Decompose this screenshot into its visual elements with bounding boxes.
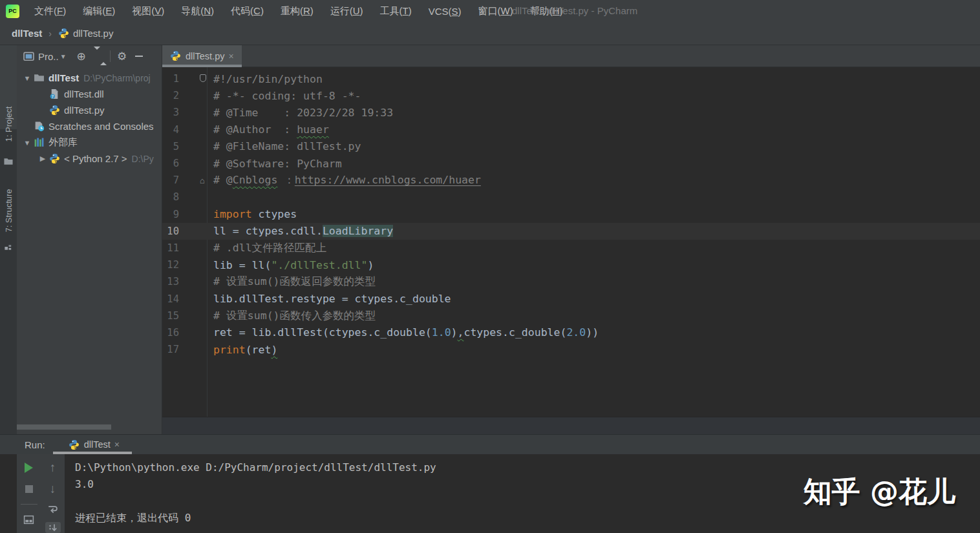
line-number[interactable]: 2 bbox=[162, 90, 179, 101]
code-token: , bbox=[458, 326, 464, 339]
down-stack-trace-button[interactable]: ↓ bbox=[45, 482, 61, 496]
code-token: Cnblogs bbox=[233, 174, 278, 186]
line-number[interactable]: 14 bbox=[162, 293, 179, 305]
line-number[interactable]: 10 bbox=[162, 225, 179, 237]
code-text: lib.dllTest.restype = ctypes.c_double bbox=[179, 293, 451, 305]
rerun-button[interactable] bbox=[21, 461, 37, 475]
menu-item[interactable]: 代码(C) bbox=[224, 2, 271, 21]
main-area: 1: Project 7: Structure Pro.. ▼ ⊕ ⚙ ▼dll… bbox=[0, 45, 980, 434]
scroll-to-end-icon bbox=[48, 523, 58, 533]
code-lines: 1#!/usr/bin/python2# -*- coding: utf-8 -… bbox=[162, 70, 980, 358]
code-token: #!/usr/bin/python bbox=[213, 73, 323, 85]
tree-item-dlltest[interactable]: ▼dllTestD:\PyCharm\proj bbox=[17, 70, 162, 86]
locate-file-icon[interactable]: ⊕ bbox=[73, 50, 90, 63]
code-line[interactable]: 1#!/usr/bin/python bbox=[162, 70, 980, 87]
breadcrumb-project[interactable]: dllTest bbox=[12, 28, 42, 39]
tree-item-scratches-and-consoles[interactable]: Scratches and Consoles bbox=[17, 118, 162, 134]
tool-button-structure[interactable]: 7: Structure bbox=[4, 189, 14, 232]
close-icon[interactable]: × bbox=[113, 439, 121, 450]
window-title: dllTest - dllTest.py - PyCharm bbox=[512, 5, 637, 16]
line-number[interactable]: 3 bbox=[162, 107, 179, 118]
restore-layout-button[interactable] bbox=[21, 512, 37, 527]
tree-item--[interactable]: ▼外部库 bbox=[17, 134, 162, 151]
line-number[interactable]: 1 bbox=[162, 73, 179, 85]
menu-item[interactable]: 编辑(E) bbox=[76, 2, 122, 21]
code-line[interactable]: 6# @Software: PyCharm bbox=[162, 155, 980, 172]
python-file-icon bbox=[170, 50, 181, 61]
editor-bottom-strip bbox=[162, 417, 980, 434]
code-line[interactable]: 5# @FileName: dllTest.py bbox=[162, 138, 980, 155]
menu-item[interactable]: 工具(T) bbox=[373, 2, 419, 21]
breadcrumb-file[interactable]: dllTest.py bbox=[73, 28, 114, 39]
code-line[interactable]: 2# -*- coding: utf-8 -*- bbox=[162, 87, 980, 104]
tree-item-dlltest-dll[interactable]: ?dllTest.dll bbox=[17, 86, 162, 102]
tree-item-label: dllTest.dll bbox=[64, 89, 104, 99]
code-token: ) bbox=[451, 326, 458, 339]
line-number[interactable]: 15 bbox=[162, 310, 179, 322]
code-line[interactable]: 9import ctypes bbox=[162, 206, 980, 223]
project-view-icon[interactable] bbox=[23, 51, 34, 62]
menu-item[interactable]: VCS(S) bbox=[421, 3, 469, 20]
line-number[interactable]: 12 bbox=[162, 259, 179, 271]
code-editor[interactable]: 1#!/usr/bin/python2# -*- coding: utf-8 -… bbox=[162, 67, 980, 434]
toolbar-divider bbox=[110, 50, 111, 62]
line-number[interactable]: 8 bbox=[162, 191, 179, 203]
menu-item[interactable]: 导航(N) bbox=[174, 2, 221, 21]
tool-button-project[interactable]: 1: Project bbox=[4, 107, 14, 142]
gear-icon[interactable]: ⚙ bbox=[114, 50, 131, 63]
run-toolbar-col-2: ↑ ↓ bbox=[41, 461, 65, 533]
code-line[interactable]: 17print(ret) bbox=[162, 341, 980, 358]
title-bar: PC 文件(F)编辑(E)视图(V)导航(N)代码(C)重构(R)运行(U)工具… bbox=[0, 0, 980, 22]
line-number[interactable]: 16 bbox=[162, 327, 179, 339]
code-line[interactable]: 8 bbox=[162, 189, 980, 205]
structure-icon bbox=[4, 242, 14, 252]
tree-item-dlltest-py[interactable]: dllTest.py bbox=[17, 102, 162, 118]
line-number[interactable]: 5 bbox=[162, 141, 179, 152]
tree-item--python-2-7-[interactable]: ▶< Python 2.7 >D:\Py bbox=[17, 151, 162, 167]
menu-item[interactable]: 运行(U) bbox=[323, 2, 370, 21]
code-line[interactable]: 4# @Author : huaer bbox=[162, 121, 980, 138]
stop-button[interactable] bbox=[21, 482, 37, 496]
menu-item[interactable]: 重构(R) bbox=[273, 2, 321, 21]
tab-dlltest-py[interactable]: dllTest.py × bbox=[162, 45, 242, 67]
run-left-gap bbox=[0, 454, 17, 533]
code-line[interactable]: 13# 设置sum()函数返回参数的类型 bbox=[162, 273, 980, 290]
code-line[interactable]: 14lib.dllTest.restype = ctypes.c_double bbox=[162, 290, 980, 307]
code-line[interactable]: 3# @Time : 2023/2/28 19:33 bbox=[162, 104, 980, 121]
line-number[interactable]: 6 bbox=[162, 158, 179, 169]
line-number[interactable]: 13 bbox=[162, 276, 179, 287]
code-text: # @FileName: dllTest.py bbox=[179, 140, 361, 152]
line-number[interactable]: 11 bbox=[162, 242, 179, 254]
horizontal-scrollbar[interactable] bbox=[17, 424, 111, 430]
code-line[interactable]: 12lib = ll("./dllTest.dll") bbox=[162, 256, 980, 273]
code-line[interactable]: 15# 设置sum()函数传入参数的类型 bbox=[162, 308, 980, 324]
line-number[interactable]: 4 bbox=[162, 124, 179, 136]
code-line[interactable]: 10ll = ctypes.cdll.LoadLibrary bbox=[162, 223, 980, 240]
collapse-all-icon[interactable] bbox=[90, 50, 107, 63]
line-number[interactable]: 9 bbox=[162, 209, 179, 220]
code-line[interactable]: 11# .dll文件路径匹配上 bbox=[162, 240, 980, 256]
line-number[interactable]: 7 bbox=[162, 174, 179, 186]
code-line[interactable]: 7⌂# @Cnblogs ：https://www.cnblogs.com/hu… bbox=[162, 172, 980, 189]
code-line[interactable]: 16ret = lib.dllTest(ctypes.c_double(1.0)… bbox=[162, 324, 980, 341]
tree-item-label: < Python 2.7 > bbox=[64, 153, 127, 164]
chevron-down-icon[interactable]: ▼ bbox=[21, 74, 34, 82]
chevron-down-icon[interactable]: ▼ bbox=[60, 53, 67, 60]
up-stack-trace-button[interactable]: ↑ bbox=[45, 461, 61, 475]
close-icon[interactable]: × bbox=[227, 51, 235, 61]
chevron-down-icon[interactable]: ▼ bbox=[21, 139, 34, 147]
code-text: lib = ll("./dllTest.dll") bbox=[179, 259, 374, 271]
chevron-right-icon[interactable]: ▶ bbox=[36, 154, 49, 163]
code-token: ) bbox=[271, 344, 277, 356]
soft-wrap-button[interactable] bbox=[45, 503, 61, 515]
code-text: # 设置sum()函数传入参数的类型 bbox=[179, 309, 376, 323]
scroll-to-end-button[interactable] bbox=[45, 522, 61, 533]
home-icon: ⌂ bbox=[200, 176, 205, 185]
line-number[interactable]: 17 bbox=[162, 344, 179, 355]
hide-panel-icon[interactable] bbox=[131, 50, 147, 63]
project-view-selector[interactable]: Pro.. bbox=[38, 51, 59, 62]
menu-item[interactable]: 文件(F) bbox=[27, 2, 73, 21]
code-token: https://www.cnblogs.com/huaer bbox=[295, 174, 481, 186]
menu-item[interactable]: 视图(V) bbox=[125, 2, 171, 21]
run-tab-dlltest[interactable]: dllTest × bbox=[63, 435, 126, 454]
